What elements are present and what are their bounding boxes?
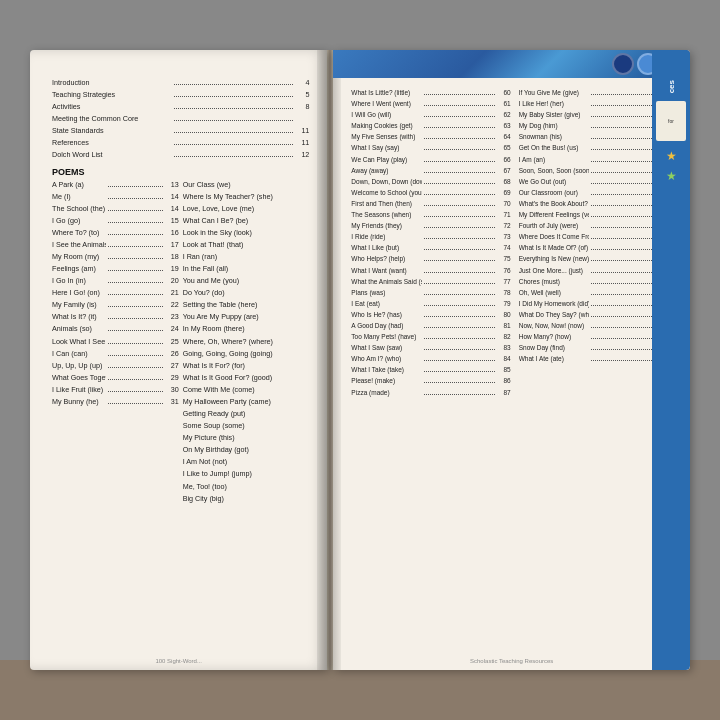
list-item: First and Then (then) 70 bbox=[351, 199, 510, 208]
list-item: Where, Oh, Where? (where) bbox=[183, 337, 310, 347]
toc-meeting: Meeting the Common Core bbox=[52, 114, 309, 124]
list-item: Do You? (do) bbox=[183, 288, 310, 298]
left-page: Introduction 4 Teaching Strategies 5 Act… bbox=[30, 50, 327, 670]
list-item: The School (the) 14 bbox=[52, 204, 179, 214]
page-num: 8 bbox=[295, 102, 309, 112]
list-item: I See the Animals (see) 17 bbox=[52, 240, 179, 250]
list-item: What Is It Good For? (good) bbox=[183, 373, 310, 383]
list-item: I Am Not (not) bbox=[183, 457, 310, 467]
top-decorative-strip bbox=[333, 50, 690, 78]
list-item: Here I Go! (on) 21 bbox=[52, 288, 179, 298]
list-item: What I Saw (saw) 83 bbox=[351, 343, 510, 352]
list-item: We Can Play (play) 66 bbox=[351, 155, 510, 164]
list-item: I Will Go (will) 62 bbox=[351, 110, 510, 119]
list-item: What the Animals Said (said) 77 bbox=[351, 277, 510, 286]
toc-state-standards: State Standards 11 bbox=[52, 126, 309, 136]
list-item: Getting Ready (put) bbox=[183, 409, 310, 419]
toc-title: Dolch Word List bbox=[52, 150, 172, 160]
toc-activities: Activities 8 bbox=[52, 102, 309, 112]
toc-title: Introduction bbox=[52, 78, 172, 88]
toc-teaching: Teaching Strategies 5 bbox=[52, 90, 309, 100]
toc-title: State Standards bbox=[52, 126, 172, 136]
list-item: What I Say (say) 65 bbox=[351, 143, 510, 152]
list-item: Who Helps? (help) 75 bbox=[351, 254, 510, 263]
list-item: Me, Too! (too) bbox=[183, 482, 310, 492]
toc-title: Activities bbox=[52, 102, 172, 112]
right-sidebar: ces for ★ ★ bbox=[652, 50, 690, 670]
list-item: I Ran (ran) bbox=[183, 252, 310, 262]
list-item: I Go (go) 15 bbox=[52, 216, 179, 226]
list-item: What Is It For? (for) bbox=[183, 361, 310, 371]
list-item: What I Like (but) 74 bbox=[351, 243, 510, 252]
list-item: Setting the Table (here) bbox=[183, 300, 310, 310]
star-icon: ★ bbox=[666, 149, 677, 163]
page-num: 12 bbox=[295, 150, 309, 160]
list-item: I Eat (eat) 79 bbox=[351, 299, 510, 308]
list-item: You and Me (you) bbox=[183, 276, 310, 286]
list-item: Plans (was) 78 bbox=[351, 288, 510, 297]
list-item: Too Many Pets! (have) 82 bbox=[351, 332, 510, 341]
intro-section: Introduction 4 Teaching Strategies 5 Act… bbox=[52, 78, 309, 161]
dots bbox=[174, 84, 294, 85]
list-item: I Can (can) 26 bbox=[52, 349, 179, 359]
page-num: 5 bbox=[295, 90, 309, 100]
circle-deco-1 bbox=[612, 53, 634, 75]
list-item: You Are My Puppy (are) bbox=[183, 312, 310, 322]
list-item: Where To? (to) 16 bbox=[52, 228, 179, 238]
list-item: My Picture (this) bbox=[183, 433, 310, 443]
list-item: Love, Love, Love (me) bbox=[183, 204, 310, 214]
dots bbox=[174, 108, 294, 109]
right-col-1: What Is Little? (little) 60 Where I Went… bbox=[351, 88, 510, 399]
dots bbox=[174, 144, 294, 145]
list-item: Up, Up, Up (up) 27 bbox=[52, 361, 179, 371]
right-page-label: Scholastic Teaching Resources bbox=[333, 658, 690, 664]
list-item: Me (I) 14 bbox=[52, 192, 179, 202]
list-item: I Like to Jump! (jump) bbox=[183, 469, 310, 479]
list-item: Look What I See (an) 25 bbox=[52, 337, 179, 347]
list-item: I Ride (ride) 73 bbox=[351, 232, 510, 241]
list-item: What Can I Be? (be) bbox=[183, 216, 310, 226]
poems-header: POEMS bbox=[52, 167, 309, 177]
toc-dolch: Dolch Word List 12 bbox=[52, 150, 309, 160]
toc-title: References bbox=[52, 138, 172, 148]
list-item: What Is Little? (little) 60 bbox=[351, 88, 510, 97]
left-page-label: 100 Sight-Word... bbox=[30, 658, 327, 664]
list-item: A Park (a) 13 bbox=[52, 180, 179, 190]
list-item: A Good Day (had) 81 bbox=[351, 321, 510, 330]
list-item: Come With Me (come) bbox=[183, 385, 310, 395]
list-item: In My Room (there) bbox=[183, 324, 310, 334]
dots bbox=[174, 120, 294, 121]
list-item: My Room (my) 18 bbox=[52, 252, 179, 262]
list-item: Animals (so) 24 bbox=[52, 324, 179, 334]
list-item: Where I Went (went) 61 bbox=[351, 99, 510, 108]
list-item: On My Birthday (got) bbox=[183, 445, 310, 455]
list-item: Down, Down, Down (down) 68 bbox=[351, 177, 510, 186]
outer-container: Introduction 4 Teaching Strategies 5 Act… bbox=[0, 0, 720, 720]
list-item: Please! (make) 86 bbox=[351, 376, 510, 385]
list-item: In the Fall (all) bbox=[183, 264, 310, 274]
book-spread: Introduction 4 Teaching Strategies 5 Act… bbox=[30, 50, 690, 690]
dots bbox=[174, 96, 294, 97]
list-item: Big City (big) bbox=[183, 494, 310, 504]
list-item: My Family (is) 22 bbox=[52, 300, 179, 310]
sidebar-label-1: ces bbox=[667, 80, 676, 93]
dots bbox=[174, 156, 294, 157]
list-item: Feelings (am) 19 bbox=[52, 264, 179, 274]
list-item: My Friends (they) 72 bbox=[351, 221, 510, 230]
list-item: Welcome to School (your) 69 bbox=[351, 188, 510, 197]
toc-references: References 11 bbox=[52, 138, 309, 148]
page-num: 11 bbox=[295, 138, 309, 148]
dots bbox=[174, 132, 294, 133]
list-item: What Is It? (it) 23 bbox=[52, 312, 179, 322]
right-page: What Is Little? (little) 60 Where I Went… bbox=[333, 50, 690, 670]
list-item: I Go In (in) 20 bbox=[52, 276, 179, 286]
list-item: What I Take (take) 85 bbox=[351, 365, 510, 374]
right-page-columns: What Is Little? (little) 60 Where I Went… bbox=[351, 88, 678, 399]
list-item: My Halloween Party (came) bbox=[183, 397, 310, 407]
list-item: My Five Senses (with) 64 bbox=[351, 132, 510, 141]
poems-right-col: Our Class (we) Where Is My Teacher? (she… bbox=[183, 180, 310, 508]
list-item: Look in the Sky (look) bbox=[183, 228, 310, 238]
list-item: Who Am I? (who) 84 bbox=[351, 354, 510, 363]
list-item: Going, Going, Going (going) bbox=[183, 349, 310, 359]
poems-columns: A Park (a) 13 Me (I) 14 The School (the)… bbox=[52, 180, 309, 508]
